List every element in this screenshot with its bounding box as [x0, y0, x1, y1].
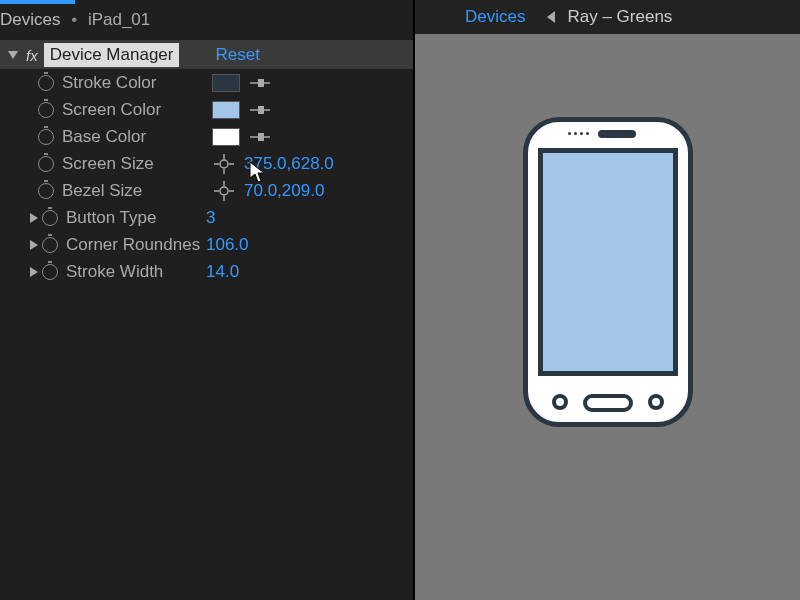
prop-screen-color: Screen Color	[0, 96, 413, 123]
tab-bar: Devices Ray – Greens	[415, 0, 800, 34]
breadcrumb-separator: •	[71, 10, 77, 29]
group-disclosure[interactable]	[28, 265, 42, 279]
prop-bezel-size: Bezel Size 70.0,209.0	[0, 177, 413, 204]
preview-panel: Devices Ray – Greens	[415, 0, 800, 600]
eyedropper-icon[interactable]	[248, 76, 272, 90]
svg-rect-3	[258, 106, 264, 114]
stopwatch-icon[interactable]	[38, 183, 54, 199]
prop-value[interactable]: 70.0,209.0	[244, 181, 324, 201]
stopwatch-icon[interactable]	[42, 210, 58, 226]
stopwatch-icon[interactable]	[38, 75, 54, 91]
home-button	[583, 394, 633, 412]
viewport[interactable]	[415, 34, 800, 600]
prop-stroke-width: Stroke Width 14.0	[0, 258, 413, 285]
stopwatch-icon[interactable]	[42, 264, 58, 280]
prop-value[interactable]: 375.0,628.0	[244, 154, 334, 174]
prop-label: Base Color	[62, 127, 212, 147]
stopwatch-icon[interactable]	[38, 156, 54, 172]
color-swatch[interactable]	[212, 128, 240, 146]
bottom-button-left	[552, 394, 568, 410]
prop-label: Screen Color	[62, 100, 212, 120]
svg-point-11	[220, 187, 228, 195]
eyedropper-icon[interactable]	[248, 103, 272, 117]
svg-point-6	[220, 160, 228, 168]
breadcrumb-project: Devices	[0, 10, 60, 29]
effect-name[interactable]: Device Manager	[44, 43, 180, 67]
fx-badge[interactable]: fx	[26, 47, 38, 64]
prop-corner-roundness: Corner Roundnes 106.0	[0, 231, 413, 258]
prop-label: Stroke Width	[66, 262, 206, 282]
comp-title: Ray – Greens	[567, 7, 672, 27]
tab-devices[interactable]: Devices	[455, 3, 535, 31]
effect-controls-panel: Devices • iPad_01 fx Device Manager Rese…	[0, 0, 415, 600]
effect-disclosure[interactable]	[6, 48, 20, 62]
prop-label: Corner Roundnes	[66, 235, 206, 255]
speaker-dots	[568, 132, 589, 135]
prop-button-type: Button Type 3	[0, 204, 413, 231]
stopwatch-icon[interactable]	[38, 129, 54, 145]
prop-value[interactable]: 3	[206, 208, 215, 228]
reset-button[interactable]: Reset	[215, 45, 259, 65]
point-target-icon[interactable]	[212, 154, 236, 174]
prop-screen-size: Screen Size 375.0,628.0	[0, 150, 413, 177]
prop-label: Screen Size	[62, 154, 212, 174]
camera-pill	[598, 130, 636, 138]
group-disclosure[interactable]	[28, 238, 42, 252]
prop-base-color: Base Color	[0, 123, 413, 150]
prop-label: Stroke Color	[62, 73, 212, 93]
breadcrumb-item: iPad_01	[88, 10, 150, 29]
stopwatch-icon[interactable]	[38, 102, 54, 118]
device-screen	[538, 148, 678, 376]
group-disclosure[interactable]	[28, 211, 42, 225]
prop-stroke-color: Stroke Color	[0, 69, 413, 96]
device-preview	[523, 117, 693, 427]
svg-rect-5	[258, 133, 264, 141]
breadcrumb: Devices • iPad_01	[0, 4, 413, 41]
prop-label: Bezel Size	[62, 181, 212, 201]
color-swatch[interactable]	[212, 74, 240, 92]
prop-label: Button Type	[66, 208, 206, 228]
stopwatch-icon[interactable]	[42, 237, 58, 253]
color-swatch[interactable]	[212, 101, 240, 119]
bottom-button-right	[648, 394, 664, 410]
svg-rect-1	[258, 79, 264, 87]
chevron-left-icon[interactable]	[547, 11, 555, 23]
effect-header: fx Device Manager Reset	[0, 41, 413, 69]
property-list: Stroke Color Screen Color Base Color S	[0, 69, 413, 285]
eyedropper-icon[interactable]	[248, 130, 272, 144]
point-target-icon[interactable]	[212, 181, 236, 201]
prop-value[interactable]: 14.0	[206, 262, 239, 282]
prop-value[interactable]: 106.0	[206, 235, 249, 255]
